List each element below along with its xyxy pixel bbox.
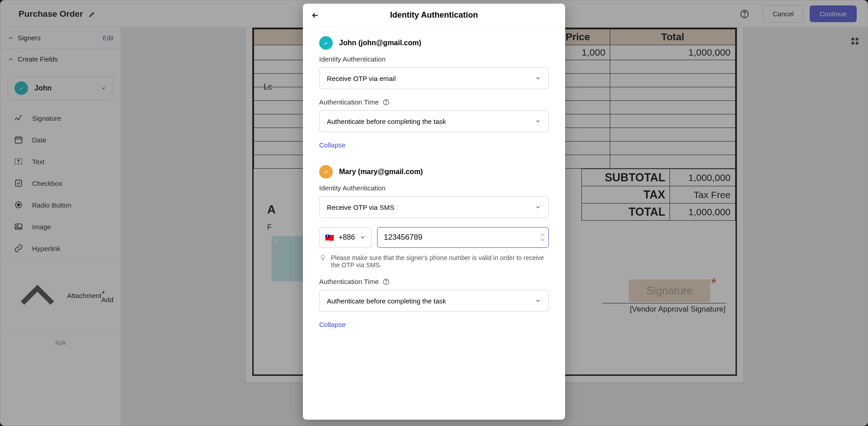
auth-method-select[interactable]: Receive OTP via SMS	[319, 196, 549, 218]
auth-time-value: Authenticate before completing the task	[327, 297, 446, 305]
signer-avatar-icon	[319, 165, 333, 179]
signer-block-john: John (john@gmail.com) Identity Authentic…	[303, 27, 565, 156]
phone-number-input[interactable]: 123456789	[377, 227, 549, 248]
signer-name: John (john@gmail.com)	[339, 39, 421, 47]
auth-method-select[interactable]: Receive OTP via email	[319, 67, 549, 89]
lightbulb-icon	[319, 254, 326, 269]
back-icon[interactable]	[311, 11, 319, 19]
auth-time-select[interactable]: Authenticate before completing the task	[319, 110, 549, 132]
signer-name: Mary (mary@gmail.com)	[339, 168, 423, 176]
auth-method-value: Receive OTP via SMS	[327, 204, 394, 211]
signer-avatar-icon	[319, 36, 333, 50]
help-icon[interactable]	[382, 278, 390, 285]
auth-time-select[interactable]: Authenticate before completing the task	[319, 290, 549, 312]
auth-method-label: Identity Authentication	[319, 184, 549, 192]
collapse-link[interactable]: Collapse	[319, 321, 345, 328]
chevron-down-icon	[359, 234, 366, 241]
chevron-down-icon	[535, 118, 541, 124]
auth-method-label: Identity Authentication	[319, 55, 549, 63]
dialog-title: Identity Authentication	[303, 10, 565, 20]
flag-icon: 🇹🇼	[325, 233, 334, 242]
sms-hint: Please make sure that the signer's phone…	[319, 254, 549, 269]
dialog-header: Identity Authentication	[303, 4, 565, 27]
svg-point-20	[386, 283, 386, 284]
country-code-value: +886	[339, 233, 355, 241]
chevron-up-icon	[540, 233, 545, 237]
auth-method-value: Receive OTP via email	[327, 75, 396, 82]
identity-authentication-dialog: Identity Authentication John (john@gmail…	[303, 4, 565, 420]
signer-block-mary: Mary (mary@gmail.com) Identity Authentic…	[303, 156, 565, 336]
auth-time-value: Authenticate before completing the task	[327, 118, 446, 125]
chevron-down-icon	[535, 204, 541, 210]
modal-overlay: Identity Authentication John (john@gmail…	[0, 0, 868, 426]
auth-time-label: Authentication Time	[319, 278, 549, 285]
phone-number-value: 123456789	[384, 233, 422, 242]
hint-text: Please make sure that the signer's phone…	[331, 254, 549, 269]
chevron-down-icon	[540, 238, 545, 241]
signer-header: John (john@gmail.com)	[319, 36, 549, 50]
chevron-down-icon	[535, 75, 541, 81]
number-stepper[interactable]	[540, 233, 545, 241]
help-icon[interactable]	[382, 99, 390, 106]
phone-row: 🇹🇼 +886 123456789	[319, 227, 549, 248]
auth-time-label: Authentication Time	[319, 98, 549, 106]
collapse-link[interactable]: Collapse	[319, 141, 345, 149]
chevron-down-icon	[535, 298, 541, 304]
signer-header: Mary (mary@gmail.com)	[319, 165, 549, 179]
country-code-select[interactable]: 🇹🇼 +886	[319, 227, 372, 248]
svg-point-18	[386, 104, 386, 104]
